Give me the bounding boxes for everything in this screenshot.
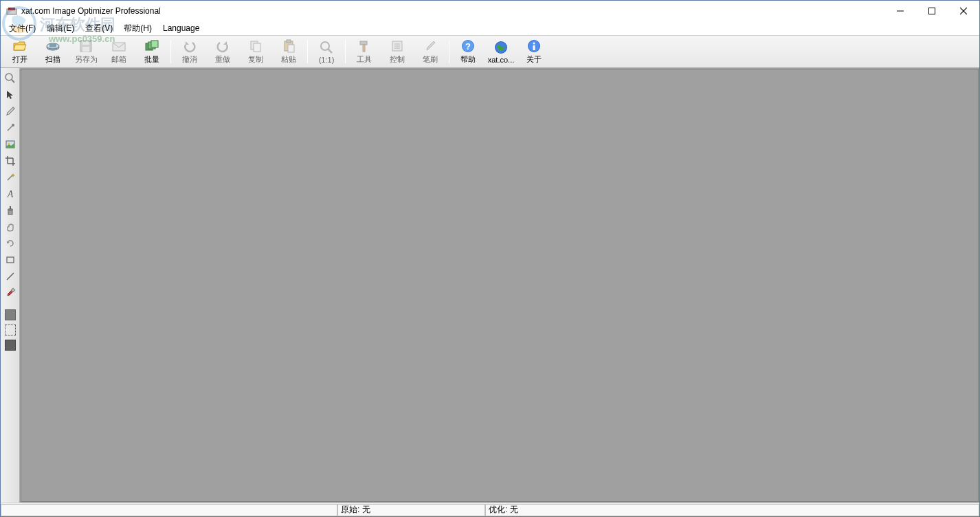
svg-line-54 [7, 273, 14, 280]
toolbar: 打开 扫描 另存为 邮箱 批量 撤消 重做 复制 粘贴 (1:1) 工具 [1, 35, 979, 68]
paste-icon [280, 38, 297, 54]
svg-text:A: A [6, 189, 13, 199]
toolbar-separator [449, 40, 449, 63]
paste-button[interactable]: 粘贴 [272, 37, 305, 66]
svg-rect-19 [287, 40, 291, 43]
mail-button[interactable]: 邮箱 [102, 37, 135, 66]
toolbar-separator [345, 40, 346, 63]
open-button[interactable]: 打开 [3, 37, 36, 66]
batch-icon [144, 38, 160, 54]
rectangle-tool[interactable] [2, 252, 19, 267]
eyedropper-tool[interactable] [2, 104, 19, 119]
status-optimized: 优化: 无 [485, 504, 979, 516]
info-icon [526, 38, 542, 54]
svg-rect-17 [254, 43, 260, 52]
toolbar-separator [170, 40, 171, 63]
brush-icon [422, 38, 438, 54]
color-swatch-3[interactable] [5, 340, 16, 351]
scanner-icon [45, 38, 61, 54]
color-swatch-1[interactable] [5, 309, 16, 320]
menu-view[interactable]: 查看(V) [80, 21, 118, 36]
maximize-button[interactable] [916, 1, 948, 21]
svg-rect-11 [82, 47, 89, 52]
svg-rect-20 [288, 45, 294, 52]
zoom-icon [318, 40, 335, 55]
status-panel-left [1, 504, 337, 516]
svg-rect-8 [49, 44, 56, 47]
scan-button[interactable]: 扫描 [36, 37, 69, 66]
svg-rect-53 [7, 257, 14, 263]
svg-rect-24 [363, 45, 365, 52]
brush-button[interactable]: 笔刷 [414, 37, 447, 66]
globe-icon [493, 40, 509, 55]
menu-help[interactable]: 帮助(H) [118, 21, 157, 36]
app-icon [6, 6, 17, 16]
svg-rect-3 [929, 8, 935, 14]
mail-icon [111, 38, 127, 54]
svg-rect-52 [10, 206, 11, 209]
svg-rect-1 [8, 8, 15, 10]
zoom-tool[interactable] [2, 71, 19, 86]
svg-line-39 [12, 80, 14, 82]
menu-file[interactable]: 文件(F) [3, 21, 41, 36]
window-controls [884, 1, 979, 21]
status-original: 原始: 无 [337, 504, 485, 516]
xatcom-button[interactable]: xat.co... [485, 37, 517, 66]
hand-tool[interactable] [2, 219, 19, 234]
help-icon: ? [460, 38, 476, 54]
help-button[interactable]: ? 帮助 [452, 37, 485, 66]
svg-rect-10 [82, 41, 89, 45]
wand-tool[interactable] [2, 170, 19, 185]
undo-button[interactable]: 撤消 [173, 37, 206, 66]
svg-rect-23 [360, 41, 367, 45]
workspace: A [1, 68, 979, 503]
line-tool[interactable] [2, 269, 19, 284]
text-tool[interactable]: A [2, 186, 19, 201]
folder-open-icon [12, 38, 28, 54]
redo-icon [214, 38, 231, 54]
crop-tool[interactable] [2, 153, 19, 168]
panel-icon [389, 38, 405, 54]
zoom-11-button[interactable]: (1:1) [310, 37, 343, 66]
menubar: 文件(F) 编辑(E) 查看(V) 帮助(H) Language [1, 21, 979, 35]
redo-button[interactable]: 重做 [206, 37, 239, 66]
about-button[interactable]: 关于 [517, 37, 550, 66]
menu-edit[interactable]: 编辑(E) [41, 21, 80, 36]
undo-icon [181, 38, 198, 54]
image-tool[interactable] [2, 137, 19, 152]
svg-line-22 [328, 49, 332, 53]
batch-button[interactable]: 批量 [135, 37, 168, 66]
pointer-tool[interactable] [2, 87, 19, 102]
copy-button[interactable]: 复制 [239, 37, 272, 66]
svg-rect-15 [151, 41, 158, 47]
minimize-button[interactable] [884, 1, 916, 21]
pipette-tool[interactable] [2, 120, 19, 135]
toolbar-separator [307, 40, 308, 63]
statusbar: 原始: 无 优化: 无 [1, 503, 979, 516]
save-icon [78, 38, 94, 54]
svg-point-38 [5, 74, 12, 80]
menu-language[interactable]: Language [157, 22, 205, 34]
side-toolbar: A [1, 68, 20, 503]
rotate-tool[interactable] [2, 236, 19, 251]
svg-rect-37 [533, 45, 535, 50]
svg-point-36 [533, 43, 535, 45]
svg-point-41 [12, 124, 14, 126]
copy-icon [247, 38, 264, 54]
canvas-area[interactable] [21, 69, 979, 502]
clone-tool[interactable] [2, 203, 19, 218]
saveas-button[interactable]: 另存为 [69, 37, 102, 66]
close-button[interactable] [948, 1, 979, 21]
color-swatch-2[interactable] [5, 324, 16, 336]
tools-button[interactable]: 工具 [348, 37, 381, 66]
control-button[interactable]: 控制 [381, 37, 414, 66]
paint-tool[interactable] [2, 285, 19, 300]
svg-text:?: ? [465, 41, 471, 52]
window-title: xat.com Image Optimizer Professional [21, 6, 161, 16]
titlebar: xat.com Image Optimizer Professional [1, 1, 979, 21]
hammer-icon [356, 38, 372, 54]
